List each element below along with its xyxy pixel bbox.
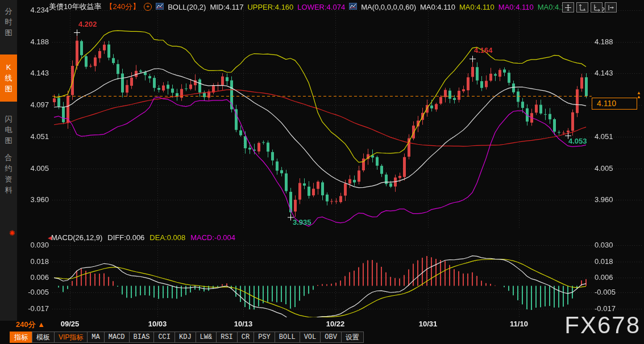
sidebar-nav: 分时图K线图闪电图合约资料 <box>0 0 17 321</box>
axis-tick-label: 0.018 <box>17 257 49 266</box>
axis-tick-label: 0.006 <box>595 273 629 282</box>
macd-header: MACD(26,12,9) DIFF:0.006 DEA:0.008 MACD:… <box>51 233 235 242</box>
boll-upper-value: UPPER:4.160 <box>247 3 293 11</box>
axis-tick-label: 4.188 <box>17 37 49 46</box>
axis-tick-label: 4.051 <box>595 132 629 141</box>
axis-tick-label: 4.143 <box>17 69 49 77</box>
ma0-value-2: MA0:4.110 <box>459 3 495 11</box>
crosshair-move-icon[interactable] <box>562 2 574 12</box>
toolbar-item-CCI[interactable]: CCI <box>153 332 175 343</box>
x-axis-date: 09/25 <box>54 320 86 328</box>
toolbar-item-VOL[interactable]: VOL <box>300 332 321 343</box>
scroll-up-arrows-icon[interactable]: ▲▲ <box>637 91 641 99</box>
axis-tick-label: 4.143 <box>595 69 629 77</box>
alert-sun-icon[interactable]: ✺ <box>9 229 15 237</box>
sidebar-item-4[interactable]: 合约资料 <box>0 149 17 199</box>
axis-tick-label: 0.018 <box>595 257 629 266</box>
toolbar-item-OBV[interactable]: OBV <box>320 332 342 343</box>
axis-zoom-vertical-icon[interactable] <box>576 2 588 12</box>
price-marker-4.053: 4.053 <box>568 137 587 145</box>
x-axis-date: 11/10 <box>503 320 535 328</box>
toolbar-item-CR[interactable]: CR <box>237 332 254 343</box>
x-axis-date: 10/13 <box>227 320 259 328</box>
axis-tick-label: 4.051 <box>17 132 49 141</box>
axis-zoom-horizontal-icon[interactable] <box>591 2 603 12</box>
axis-tick-label: 4.005 <box>595 164 629 173</box>
page-title: 美债10年收益率 <box>49 2 101 12</box>
add-indicator-icon[interactable]: + <box>144 3 152 11</box>
toolbar-item-MA[interactable]: MA <box>87 332 104 343</box>
macd-dea-value: DEA:0.008 <box>149 233 185 242</box>
ma-label: MA(0,0,0,0,0,60) <box>361 3 416 11</box>
sidebar-item-3[interactable]: 闪电图 <box>0 110 17 149</box>
period-tag: 【240分】 <box>105 2 140 12</box>
macd-macd-value: MACD:-0.004 <box>190 233 235 242</box>
axis-tick-label: 3.960 <box>595 195 629 204</box>
sidebar-item-1[interactable]: 分时图 <box>0 2 17 41</box>
axis-tick-label: -0.017 <box>17 304 49 313</box>
axis-tick-label: 0.006 <box>17 273 49 282</box>
toolbar-item-VIP指标[interactable]: VIP指标 <box>54 332 88 343</box>
axis-tick-label: -0.005 <box>595 288 629 296</box>
axis-tick-label: 3.960 <box>17 195 49 204</box>
axis-tick-label: -0.017 <box>595 304 629 313</box>
price-marker-4.164: 4.164 <box>474 46 493 54</box>
boll-lower-value: LOWER:4.074 <box>297 3 345 11</box>
price-marker-4.202: 4.202 <box>78 20 97 28</box>
toolbar-item-LW&[interactable]: LW& <box>196 332 217 343</box>
axis-tick-label: 4.097 <box>17 100 49 109</box>
toolbar-item-BIAS[interactable]: BIAS <box>129 332 155 343</box>
ma0-value-3: MA0:4.110 <box>498 3 534 11</box>
macd-label: MACD(26,12,9) <box>51 233 102 242</box>
price-chart-canvas[interactable] <box>0 0 644 344</box>
period-selector[interactable]: 240分 ▲ <box>16 320 45 330</box>
axis-tick-label: 4.234 <box>17 6 49 14</box>
sidebar-item-2[interactable]: K线图 <box>0 54 17 102</box>
toolbar-item-PSY[interactable]: PSY <box>254 332 275 343</box>
indicator-toolbar: 指标模板VIP指标MAMACDBIASCCIKDJLW&RSICRPSYBOLL… <box>10 332 364 343</box>
chart-header: 美债10年收益率 【240分】 + BOLL(20,2) MID:4.117 U… <box>49 2 565 12</box>
chart-tool-buttons <box>562 2 617 12</box>
x-axis-row: 240分 ▲ 09/2510/0310/1310/2210/3111/10 <box>0 320 644 331</box>
toolbar-item-指标[interactable]: 指标 <box>10 332 32 343</box>
line-chart-icon <box>349 3 357 11</box>
axis-tick-label: 0.030 <box>17 241 49 249</box>
toolbar-item-MACD[interactable]: MACD <box>104 332 130 343</box>
ma0-value-4: MA0:4.1 <box>538 3 565 11</box>
x-axis-date: 10/31 <box>412 320 444 328</box>
x-axis-date: 10/03 <box>142 320 173 328</box>
boll-mid-value: MID:4.117 <box>210 3 243 11</box>
toolbar-item-KDJ[interactable]: KDJ <box>174 332 196 343</box>
axis-tick-label: 4.005 <box>17 164 49 173</box>
x-axis-date: 10/22 <box>319 320 351 328</box>
axis-tick-label: -0.005 <box>17 288 49 296</box>
price-marker-3.935: 3.935 <box>293 218 311 226</box>
current-price-box: 4.110 <box>592 98 637 110</box>
toolbar-item-RSI[interactable]: RSI <box>216 332 238 343</box>
macd-diff-value: DIFF:0.006 <box>107 233 144 242</box>
axis-tick-label: 4.188 <box>595 37 629 46</box>
boll-label: BOLL(20,2) <box>168 3 206 11</box>
toolbar-item-BOLL[interactable]: BOLL <box>275 332 300 343</box>
shift-right-icon[interactable] <box>605 2 617 12</box>
ma0-value-1: MA0:4.110 <box>420 3 455 11</box>
toolbar-item-模板[interactable]: 模板 <box>32 332 55 343</box>
axis-tick-label: 0.030 <box>595 241 629 249</box>
toolbar-item-设置[interactable]: 设置 <box>341 332 364 343</box>
line-chart-icon <box>156 3 164 11</box>
